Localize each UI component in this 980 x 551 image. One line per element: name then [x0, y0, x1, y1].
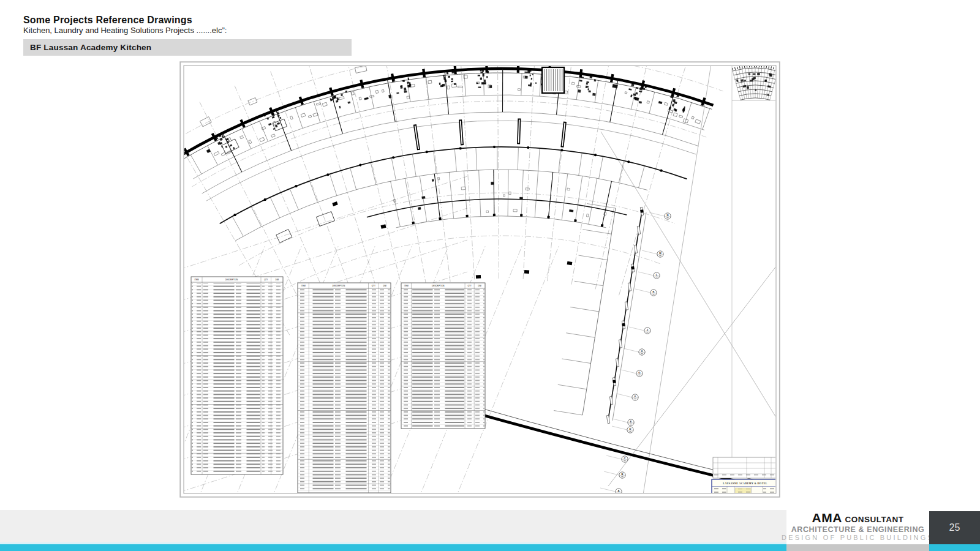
floor-plan-svg: NMLKJHGFEDCBA ITEMDESCRIPTIONQTYDIMITEMD…	[179, 61, 780, 498]
section-banner: BF Laussan Academy Kitchen	[23, 39, 352, 56]
footer-band	[0, 510, 786, 542]
svg-text:DIM: DIM	[478, 285, 481, 287]
brand-tagline-2: DESIGN OF PUBLIC BUILDINGS	[782, 534, 934, 542]
page-number-box: 25	[929, 511, 980, 544]
grid-bubble-letter: N	[666, 214, 668, 217]
grid-bubble-letter: G	[638, 371, 640, 374]
svg-text:QTY: QTY	[372, 285, 375, 287]
drawing-sheet: NMLKJHGFEDCBA ITEMDESCRIPTIONQTYDIMITEMD…	[179, 61, 780, 498]
page-subtitle: Kitchen, Laundry and Heating Solutions P…	[23, 26, 227, 35]
bottom-strip-teal-right	[929, 544, 980, 551]
brand-name: AMA	[812, 511, 842, 525]
svg-text:DESCRIPTION: DESCRIPTION	[333, 285, 345, 287]
section-banner-label: BF Laussan Academy Kitchen	[23, 43, 151, 52]
svg-text:ITEM: ITEM	[301, 285, 306, 287]
grid-bubble-letter: L	[656, 273, 658, 276]
brand-suffix: CONSULTANT	[845, 515, 903, 524]
revision-table	[713, 457, 778, 478]
grid-bubble-letter: D	[629, 427, 631, 430]
grid-bubble-letter: A	[617, 489, 619, 492]
svg-text:QTY: QTY	[468, 285, 472, 287]
svg-text:DESCRIPTION: DESCRIPTION	[225, 279, 238, 281]
brand-tagline-1: ARCHITECTURE & ENGINEERING	[791, 526, 925, 534]
bottom-strip-gray	[786, 544, 929, 551]
svg-text:QTY: QTY	[264, 279, 268, 281]
grid-bubble-letter: E	[630, 420, 632, 423]
brand-line: AMA CONSULTANT	[812, 511, 904, 525]
title-block: LAUSANNE ACADEMY & HOTEL	[712, 479, 778, 495]
svg-text:ITEM: ITEM	[194, 279, 199, 281]
grid-bubble-letter: H	[641, 350, 643, 353]
page-title: Some Projects Reference Drawings	[23, 15, 192, 26]
project-title: LAUSANNE ACADEMY & HOTEL	[723, 482, 767, 485]
svg-text:DIM: DIM	[383, 285, 386, 287]
svg-text:DESCRIPTION: DESCRIPTION	[432, 285, 445, 287]
page-number: 25	[949, 522, 960, 533]
grid-bubble-letter: M	[659, 252, 662, 255]
slide: Some Projects Reference Drawings Kitchen…	[0, 0, 980, 551]
svg-text:ITEM: ITEM	[404, 285, 409, 287]
grid-bubble-letter: C	[624, 457, 625, 460]
svg-text:DIM: DIM	[276, 279, 279, 281]
bottom-strip-teal	[0, 544, 786, 551]
grid-bubble-letter: K	[652, 290, 654, 293]
grid-bubble-letter: B	[621, 473, 623, 476]
footer-brand: AMA CONSULTANT ARCHITECTURE & ENGINEERIN…	[786, 510, 929, 542]
grid-bubble-letter: F	[635, 395, 636, 398]
